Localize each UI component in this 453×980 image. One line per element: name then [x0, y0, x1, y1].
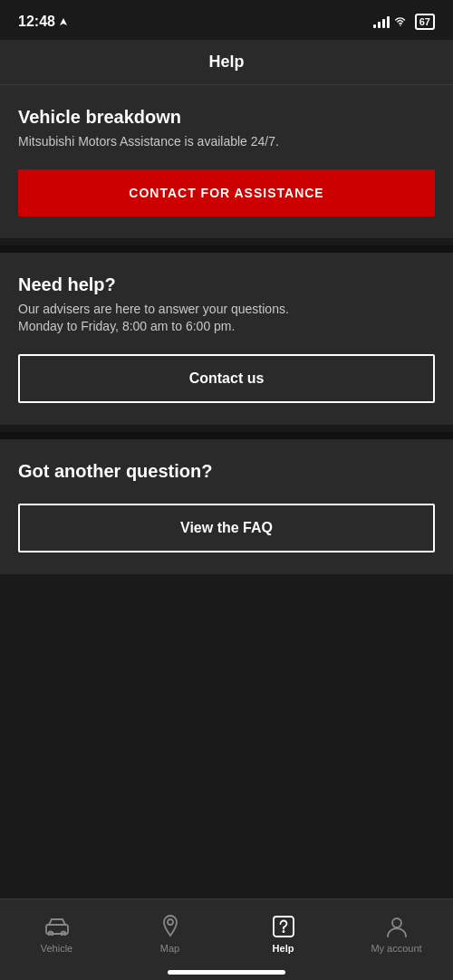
svg-point-8	[392, 918, 401, 927]
faq-section: Got another question? View the FAQ	[0, 439, 453, 574]
help-icon	[271, 914, 296, 939]
page-title: Help	[208, 53, 244, 71]
section-divider-1	[0, 245, 453, 253]
view-faq-button[interactable]: View the FAQ	[18, 504, 435, 552]
status-time: 12:48	[18, 14, 55, 30]
svg-point-5	[168, 919, 173, 925]
status-bar: 12:48 67	[0, 0, 453, 40]
vehicle-icon	[44, 914, 70, 939]
wifi-icon	[395, 16, 410, 27]
account-icon	[384, 914, 410, 939]
status-icons: 67	[373, 14, 435, 30]
location-arrow-icon	[59, 17, 68, 26]
map-nav-label: Map	[160, 943, 179, 954]
nav-item-help[interactable]: Help	[226, 914, 340, 954]
faq-title: Got another question?	[18, 461, 435, 482]
help-title: Need help?	[18, 274, 435, 295]
svg-point-1	[400, 24, 401, 26]
page-header: Help	[0, 40, 453, 85]
svg-marker-0	[60, 18, 67, 25]
battery-icon: 67	[415, 14, 435, 30]
bottom-navigation: Vehicle Map Help My acc	[0, 898, 453, 980]
home-indicator	[168, 970, 285, 975]
nav-item-account[interactable]: My account	[340, 914, 453, 954]
nav-item-vehicle[interactable]: Vehicle	[0, 914, 113, 954]
help-nav-label: Help	[273, 943, 294, 954]
account-nav-label: My account	[371, 943, 421, 954]
help-body: Our advisers are here to answer your que…	[18, 301, 435, 336]
nav-item-map[interactable]: Map	[113, 914, 226, 954]
empty-space	[0, 581, 453, 763]
breakdown-title: Vehicle breakdown	[18, 107, 435, 128]
svg-point-7	[283, 930, 284, 932]
vehicle-nav-label: Vehicle	[41, 943, 72, 954]
contact-us-button[interactable]: Contact us	[18, 354, 435, 403]
section-divider-2	[0, 432, 453, 439]
map-icon	[158, 914, 183, 939]
signal-icon	[373, 15, 390, 28]
contact-assistance-button[interactable]: CONTACT FOR ASSISTANCE	[18, 169, 435, 216]
breakdown-subtitle: Mitsubishi Motors Assistance is availabl…	[18, 133, 435, 151]
page-content: Vehicle breakdown Mitsubishi Motors Assi…	[0, 85, 453, 844]
breakdown-section: Vehicle breakdown Mitsubishi Motors Assi…	[0, 85, 453, 238]
help-section: Need help? Our advisers are here to answ…	[0, 253, 453, 425]
